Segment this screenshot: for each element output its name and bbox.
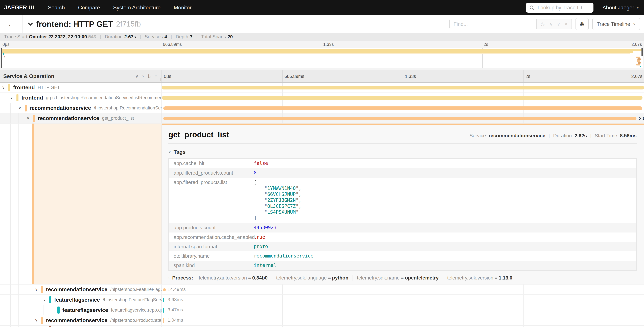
minimap-left-scrubber[interactable] <box>1 48 2 68</box>
timeline-gridline <box>403 295 403 305</box>
span-row[interactable] <box>0 326 644 327</box>
span-tree-cell: featureflagservicefeatureflagservice.rep… <box>0 305 162 315</box>
span-mark[interactable] <box>163 318 164 323</box>
list-item: "2ZYFJ3GM2N", <box>254 197 301 203</box>
tag-row: app.filtered_products.count8 <box>169 168 636 178</box>
indent-guide <box>18 326 27 327</box>
list-item: "1YMWWN1N4O", <box>254 185 301 191</box>
trace-stats-bar: Trace StartOctober 22 2022, 22:10:09.543… <box>0 33 644 40</box>
trace-header: ← frontend: HTTP GET 2f715fb ◎∧∨× ⌘ Trac… <box>0 15 644 33</box>
process-key: telemetry.sdk.name <box>357 275 400 280</box>
span-row[interactable]: ∨recommendationserviceget_product_list2.… <box>0 113 644 124</box>
chevron-down-icon[interactable]: ∨ <box>35 288 41 292</box>
nav-item-compare[interactable]: Compare <box>78 4 100 11</box>
next-match-icon[interactable]: ∨ <box>557 21 560 27</box>
chevron-right-icon: › <box>168 276 170 280</box>
span-duration-label: 3.47ms <box>168 307 183 312</box>
minimap-canvas[interactable] <box>1 48 643 68</box>
trace-view-selector[interactable]: Trace Timeline ∨ <box>592 18 640 30</box>
separator: | <box>196 34 198 40</box>
column-resize-handle[interactable]: ‖ <box>160 78 161 82</box>
span-bar[interactable] <box>162 96 642 100</box>
stat-value-suffix: .543 <box>87 34 96 40</box>
tag-key: app.cache_hit <box>174 160 254 166</box>
chevron-down-icon[interactable]: ∨ <box>27 116 33 120</box>
chevron-down-icon[interactable]: ∨ <box>43 298 49 302</box>
span-row[interactable]: ∨recommendationservice/hipstershop.Recom… <box>0 103 644 113</box>
indent-guide <box>2 316 10 325</box>
span-bar[interactable] <box>162 86 644 90</box>
chevron-down-icon[interactable]: ∨ <box>2 85 8 90</box>
span-timeline-cell <box>162 82 644 92</box>
indent-guide <box>35 295 43 305</box>
indent-guide <box>27 284 35 294</box>
tags-table: app.cache_hitfalseapp.filtered_products.… <box>168 158 636 270</box>
minimap-right-scrubber[interactable] <box>642 48 643 56</box>
span-bar[interactable] <box>163 106 642 110</box>
span-row[interactable]: ∨featureflagservice/hipstershop.FeatureF… <box>0 295 644 305</box>
service-name: frontend <box>21 95 43 101</box>
focus-match-icon[interactable]: ◎ <box>541 21 544 27</box>
find-input[interactable] <box>450 19 536 30</box>
indent-guide <box>10 113 18 123</box>
minimap-tick-label: 2.67s <box>632 42 642 47</box>
trace-lookup-box[interactable] <box>526 3 593 12</box>
indent-guide <box>35 305 43 315</box>
meta-value: 8.58ms <box>620 133 636 138</box>
separator: | <box>100 34 101 40</box>
span-timeline-cell <box>162 93 644 103</box>
span-timeline-cell: 1.04ms <box>162 316 644 325</box>
process-items: telemetry.auto.version=0.34b0telemetry.s… <box>195 275 516 281</box>
clear-find-icon[interactable]: × <box>565 22 568 27</box>
span-tree-cell: ∨recommendationserviceget_product_list <box>0 113 162 123</box>
tag-row: app.cache_hitfalse <box>169 159 636 168</box>
about-jaeger-menu[interactable]: About Jaeger ∨ <box>602 4 639 11</box>
app-logo[interactable]: JAEGER UI <box>4 4 34 11</box>
service-name: frontend <box>13 84 35 91</box>
indent-guide <box>10 316 18 325</box>
process-section-toggle[interactable]: › Process: telemetry.auto.version=0.34b0… <box>168 275 636 281</box>
keyboard-shortcuts-button[interactable]: ⌘ <box>576 18 588 30</box>
tags-section-toggle[interactable]: ∨ Tags <box>168 149 636 155</box>
tag-row: internal.span.formatproto <box>169 242 636 251</box>
chevron-down-icon[interactable]: ∨ <box>35 318 41 322</box>
timeline-gridline <box>282 305 283 315</box>
ruler-gridline <box>524 70 524 82</box>
expand-one-icon[interactable]: › <box>142 74 144 78</box>
ruler-tick-label: 0μs <box>164 74 171 79</box>
timeline-gridline <box>403 305 403 315</box>
trace-header-controls: ◎∧∨× ⌘ Trace Timeline ∨ <box>450 18 640 30</box>
process-value: 1.13.0 <box>498 275 512 280</box>
collapse-all-icon[interactable]: ⇊ <box>148 74 151 78</box>
span-mark[interactable] <box>163 288 166 291</box>
collapse-trace-chevron[interactable] <box>27 21 34 27</box>
span-row[interactable]: ∨recommendationservice/hipstershop.Produ… <box>0 316 644 326</box>
span-row[interactable]: ∨recommendationservice/hipstershop.Featu… <box>0 284 644 295</box>
list-bracket: [ <box>254 180 301 185</box>
service-color-bar <box>8 84 10 91</box>
meta-label: Start Time: <box>595 133 620 138</box>
expand-all-icon[interactable]: » <box>155 74 157 78</box>
span-timeline-cell <box>162 326 644 327</box>
nav-item-system-architecture[interactable]: System Architecture <box>113 4 161 11</box>
trace-lookup-input[interactable] <box>537 4 590 11</box>
nav-item-monitor[interactable]: Monitor <box>174 4 192 11</box>
minimap-ticks: 0μs666.89ms1.33s2s2.67s <box>1 42 643 48</box>
trace-minimap: 0μs666.89ms1.33s2s2.67s <box>0 40 644 70</box>
span-row[interactable]: ∨frontendHTTP GET <box>0 82 644 93</box>
span-mark[interactable] <box>163 308 164 312</box>
back-button[interactable]: ← <box>0 15 22 33</box>
span-row[interactable]: ∨frontendgrpc.hipstershop.Recommendation… <box>0 93 644 103</box>
span-bar[interactable] <box>163 117 636 120</box>
chevron-down-icon[interactable]: ∨ <box>10 96 16 100</box>
timeline-gridline <box>524 295 524 305</box>
prev-match-icon[interactable]: ∧ <box>549 21 552 27</box>
tag-key: app.products.count <box>174 225 254 230</box>
span-row[interactable]: featureflagservicefeatureflagservice.rep… <box>0 305 644 316</box>
nav-item-search[interactable]: Search <box>48 4 65 11</box>
collapse-one-icon[interactable]: ∨ <box>135 74 138 78</box>
stat-value: 4 <box>164 34 167 40</box>
span-mark[interactable] <box>163 298 164 302</box>
chevron-down-icon[interactable]: ∨ <box>18 106 25 110</box>
timeline-gridline <box>403 284 403 294</box>
